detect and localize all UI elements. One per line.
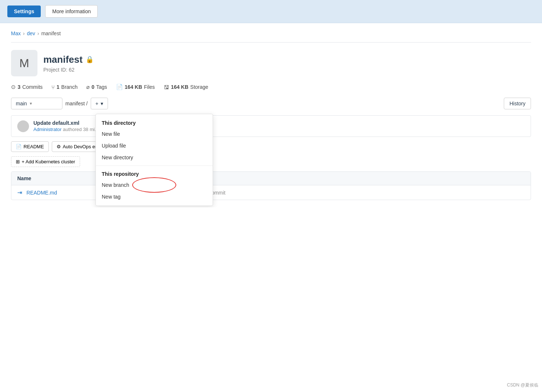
storage-label: Storage xyxy=(190,84,208,90)
quick-actions: 📄 README ⚙ Auto DevOps enab... ⊞ CHANGEL… xyxy=(11,141,531,152)
branches-count: 1 xyxy=(57,84,59,90)
project-id: Project ID: 62 xyxy=(43,67,94,73)
toolbar: main ▾ manifest / + ▾ History This direc… xyxy=(11,98,531,109)
chevron-down-icon: ▾ xyxy=(30,101,32,106)
dropdown-this-directory-title: This directory xyxy=(96,117,213,128)
gear-icon: ⚙ xyxy=(57,144,61,149)
sep1: › xyxy=(23,30,25,36)
table-row: ⇥ README.md Initial commit xyxy=(11,185,531,200)
commit-author[interactable]: Administrator xyxy=(33,127,62,132)
breadcrumb: Max › dev › manifest xyxy=(11,30,531,36)
files-stat[interactable]: 📄 164 KB Files xyxy=(116,84,155,90)
new-file-item[interactable]: New file xyxy=(96,128,213,140)
file-icon: 📄 xyxy=(16,144,22,149)
tags-icon: ⌀ xyxy=(86,84,90,90)
commit-title[interactable]: Update default.xml xyxy=(33,120,99,126)
stats-bar: ⊙ 3 Commits ⑂ 1 Branch ⌀ 0 Tags 📄 164 KB… xyxy=(11,84,531,90)
commit-time: authored 38 mi... xyxy=(63,127,99,132)
tags-stat[interactable]: ⌀ 0 Tags xyxy=(86,84,107,90)
breadcrumb-dev[interactable]: dev xyxy=(27,30,35,36)
commit-details: Update default.xml Administrator authore… xyxy=(33,120,99,132)
add-kubernetes-button[interactable]: ⊞ + Add Kubernetes cluster xyxy=(11,156,80,167)
storage-size: 164 KB xyxy=(171,84,188,90)
plus-icon: + xyxy=(95,101,98,106)
avatar xyxy=(17,120,29,132)
files-icon: 📄 xyxy=(116,84,123,90)
files-size: 164 KB xyxy=(125,84,142,90)
new-directory-item[interactable]: New directory xyxy=(96,152,213,163)
project-avatar: M xyxy=(11,50,37,76)
upload-file-item[interactable]: Upload file xyxy=(96,140,213,152)
branches-icon: ⑂ xyxy=(51,84,55,90)
new-tag-item[interactable]: New tag xyxy=(96,191,213,203)
more-information-button[interactable]: More information xyxy=(45,5,98,18)
add-dropdown-button[interactable]: + ▾ xyxy=(91,98,108,109)
dropdown-divider xyxy=(96,166,213,166)
path-display: manifest / xyxy=(65,101,88,106)
content-area: Max › dev › manifest M manifest 🔒 Projec… xyxy=(0,23,542,207)
sep2: › xyxy=(37,30,39,36)
breadcrumb-manifest: manifest xyxy=(41,30,61,36)
history-button[interactable]: History xyxy=(504,98,531,109)
branches-stat[interactable]: ⑂ 1 Branch xyxy=(51,84,77,90)
commits-stat[interactable]: ⊙ 3 Commits xyxy=(11,84,43,90)
file-type-icon: ⇥ xyxy=(17,189,22,196)
breadcrumb-max[interactable]: Max xyxy=(11,30,21,36)
new-branch-highlight-circle xyxy=(132,177,176,193)
chevron-down-icon-add: ▾ xyxy=(101,101,103,106)
branch-name: main xyxy=(16,101,27,106)
dropdown-menu: This directory New file Upload file New … xyxy=(95,114,213,206)
lock-icon: 🔒 xyxy=(86,55,94,63)
plus-k8s-icon: ⊞ xyxy=(16,159,20,164)
commit-meta: Administrator authored 38 mi... xyxy=(33,127,99,132)
storage-icon: 🖫 xyxy=(164,84,169,90)
settings-button[interactable]: Settings xyxy=(7,6,41,17)
project-header: M manifest 🔒 Project ID: 62 xyxy=(11,50,531,76)
commits-count: 3 xyxy=(18,84,21,90)
dropdown-this-repository-title: This repository xyxy=(96,168,213,179)
branch-selector[interactable]: main ▾ xyxy=(11,98,62,109)
commits-icon: ⊙ xyxy=(11,84,16,90)
tags-label: Tags xyxy=(96,84,107,90)
commits-label: Commits xyxy=(22,84,43,90)
divider xyxy=(11,42,531,43)
project-info: manifest 🔒 Project ID: 62 xyxy=(43,54,94,73)
project-name: manifest 🔒 xyxy=(43,54,94,65)
storage-stat[interactable]: 🖫 164 KB Storage xyxy=(164,84,209,90)
file-commit-msg: Initial commit xyxy=(195,190,525,196)
file-table: Name ⇥ README.md Initial commit xyxy=(11,171,531,200)
readme-button[interactable]: 📄 README xyxy=(11,141,49,152)
file-table-header: Name xyxy=(11,172,531,185)
top-bar: Settings More information xyxy=(0,0,542,23)
commit-row: Update default.xml Administrator authore… xyxy=(11,115,531,137)
branches-label: Branch xyxy=(61,84,77,90)
files-label: Files xyxy=(144,84,155,90)
new-branch-item[interactable]: New branch xyxy=(96,179,213,191)
tags-count: 0 xyxy=(91,84,94,90)
